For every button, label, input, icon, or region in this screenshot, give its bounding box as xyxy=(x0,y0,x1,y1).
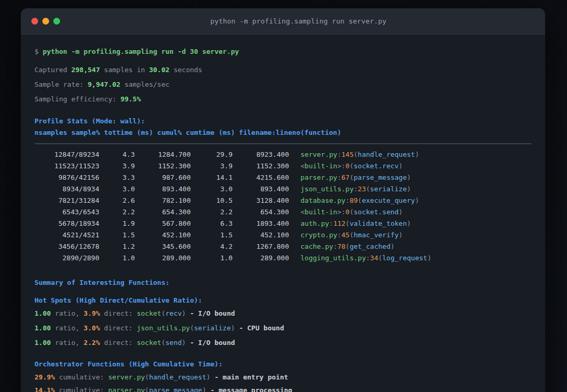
table-row: 7821/312842.6782.10010.53128.400database… xyxy=(34,195,531,206)
function-location: <built-in>:0(socket.recv) xyxy=(289,160,531,172)
zoom-button[interactable] xyxy=(53,18,60,25)
function-location: database.py:89(execute_query) xyxy=(289,195,531,206)
orchestrator-item: 14.1% cumulative: parser.py(parse_messag… xyxy=(34,385,531,392)
hot-spot-item: 1.00 ratio, 3.0% direct: json_utils.py(s… xyxy=(34,322,531,334)
captured-stat: Captured 298,547 samples in 30.02 second… xyxy=(34,64,531,76)
function-location: cache.py:78(get_cached) xyxy=(289,241,531,252)
function-location: <built-in>:0(socket.send) xyxy=(289,206,531,218)
function-location: server.py:145(handle_request) xyxy=(289,149,531,160)
table-columns-header: nsamples sample% tottime (ms) cumul% cum… xyxy=(34,127,531,139)
prompt-symbol: $ xyxy=(34,48,39,55)
titlebar[interactable]: python -m profiling.sampling run server.… xyxy=(21,8,545,34)
terminal-window: python -m profiling.sampling run server.… xyxy=(21,8,545,392)
function-location: logging_utils.py:34(log_request) xyxy=(289,252,531,264)
profile-table: 12847/892344.31284.70029.98923.400server… xyxy=(34,149,531,264)
efficiency-stat: Sampling efficiency: 99.5% xyxy=(34,94,531,105)
close-button[interactable] xyxy=(31,18,38,25)
hot-spot-item: 1.00 ratio, 3.9% direct: socket(recv) - … xyxy=(34,308,531,319)
command-line: $ python -m profiling.sampling run -d 30… xyxy=(34,46,531,57)
table-row: 4521/45211.5452.1001.5452.100crypto.py:4… xyxy=(34,229,531,241)
table-row: 11523/115233.91152.3003.91152.300<built-… xyxy=(34,160,531,172)
table-row: 12847/892344.31284.70029.98923.400server… xyxy=(34,149,531,160)
table-divider xyxy=(34,143,531,144)
minimize-button[interactable] xyxy=(42,18,49,25)
table-row: 8934/89343.0893.4003.0893.400json_utils.… xyxy=(34,183,531,195)
function-location: parser.py:67(parse_message) xyxy=(289,172,531,183)
function-location: crypto.py:45(hmac_verify) xyxy=(289,229,531,241)
function-location: auth.py:112(validate_token) xyxy=(289,218,531,229)
table-row: 6543/65432.2654.3002.2654.300<built-in>:… xyxy=(34,206,531,218)
orchestrator-item: 29.9% cumulative: server.py(handle_reque… xyxy=(34,372,531,383)
sample-rate-stat: Sample rate: 9,947.02 samples/sec xyxy=(34,79,531,90)
traffic-lights xyxy=(21,18,67,25)
duration-seconds: 30.02 xyxy=(149,66,169,74)
table-row: 5678/189341.9567.8006.31893.400auth.py:1… xyxy=(34,218,531,229)
sample-rate-value: 9,947.02 xyxy=(88,80,121,88)
samples-count: 298,547 xyxy=(71,66,100,74)
hot-spot-item: 1.00 ratio, 2.2% direct: socket(send) - … xyxy=(34,337,531,349)
table-row: 9876/421563.3987.60014.14215.600parser.p… xyxy=(34,172,531,183)
desktop-background: python -m profiling.sampling run server.… xyxy=(0,0,567,392)
table-row: 2890/28901.0289.0001.0289.000logging_uti… xyxy=(34,252,531,264)
efficiency-value: 99.5% xyxy=(120,95,141,103)
table-row: 3456/126781.2345.6004.21267.800cache.py:… xyxy=(34,241,531,252)
profile-stats-heading: Profile Stats (Mode: wall): xyxy=(34,116,531,127)
window-title: python -m profiling.sampling run server.… xyxy=(67,17,545,25)
hot-spots-heading: Hot Spots (High Direct/Cumulative Ratio)… xyxy=(34,295,531,306)
summary-heading: Summary of Interesting Functions: xyxy=(34,277,531,289)
orchestrator-heading: Orchestrator Functions (High Cumulative … xyxy=(34,359,531,370)
function-location: json_utils.py:23(serialize) xyxy=(289,183,531,195)
command-text: python -m profiling.sampling run -d 30 s… xyxy=(43,48,239,55)
terminal-output[interactable]: $ python -m profiling.sampling run -d 30… xyxy=(21,34,545,392)
